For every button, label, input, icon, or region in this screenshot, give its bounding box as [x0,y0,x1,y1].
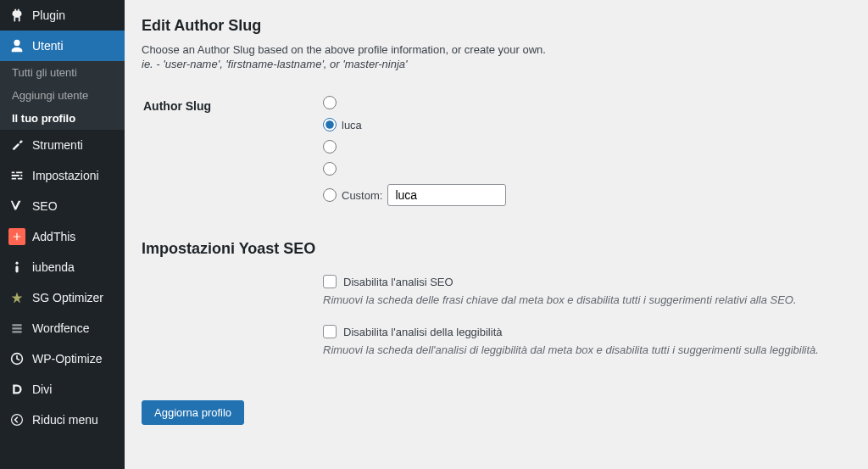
update-profile-button[interactable]: Aggiorna profilo [142,400,244,425]
sidebar-label: Riduci menu [32,413,98,427]
slug-custom-label: Custom: [342,189,382,202]
slug-radio-1[interactable] [323,96,337,109]
sidebar-item-seo[interactable]: SEO [0,191,125,221]
plus-icon [8,228,25,245]
submenu-add-user[interactable]: Aggiungi utente [0,84,125,107]
sidebar-label: Wordfence [32,321,89,335]
sidebar-label: SEO [32,199,58,213]
disable-readability-desc: Rimuovi la scheda dell'analisi di leggib… [323,343,841,356]
divi-icon [8,381,25,398]
sidebar-label: WP-Optimize [32,352,102,366]
sidebar-label: AddThis [32,230,75,243]
section-title-yoast: Impostazioni Yoast SEO [142,240,851,258]
sidebar-item-divi[interactable]: Divi [0,374,125,405]
iubenda-icon [8,259,25,276]
sidebar-label: Utenti [32,39,64,53]
sidebar-label: Strumenti [32,138,83,152]
wrench-icon [8,137,25,154]
slug-radio-2[interactable] [323,118,337,131]
sidebar-label: Divi [32,382,52,396]
sidebar-item-plugin[interactable]: Plugin [0,0,125,31]
disable-readability-label: Disabilita l'analisi della leggibilità [343,326,502,338]
sidebar-item-strumenti[interactable]: Strumenti [0,130,125,160]
sg-icon [8,289,25,306]
sidebar-label: iubenda [32,260,75,274]
sidebar-item-impostazioni[interactable]: Impostazioni [0,160,125,191]
sidebar-item-wp-optimize[interactable]: WP-Optimize [0,343,125,374]
slug-radio-2-label: luca [342,119,362,131]
slug-custom-input[interactable] [387,184,506,206]
shield-icon [8,320,25,337]
submenu-your-profile[interactable]: Il tuo profilo [0,107,125,130]
plug-icon [8,7,25,24]
disable-seo-checkbox[interactable] [323,275,337,288]
user-icon [8,37,25,54]
disable-readability-checkbox[interactable] [323,325,337,338]
sidebar-item-utenti[interactable]: Utenti [0,31,125,61]
sliders-icon [8,167,25,184]
sidebar-label: SG Optimizer [32,291,103,304]
main-content: Edit Author Slug Choose an Author Slug b… [125,0,868,469]
section-title-slug: Edit Author Slug [142,17,851,35]
sidebar-item-addthis[interactable]: AddThis [0,221,125,252]
slug-radio-custom[interactable] [323,188,337,202]
author-slug-label: Author Slug [143,89,313,221]
sidebar-item-sg-optimizer[interactable]: SG Optimizer [0,282,125,313]
slug-radio-4[interactable] [323,162,337,176]
submenu-all-users[interactable]: Tutti gli utenti [0,61,125,84]
slug-radio-3[interactable] [323,140,337,154]
sidebar-collapse[interactable]: Riduci menu [0,405,125,435]
collapse-icon [8,411,25,428]
admin-sidebar: Plugin Utenti Tutti gli utenti Aggiungi … [0,0,125,469]
svg-point-0 [15,262,18,265]
sidebar-item-wordfence[interactable]: Wordfence [0,313,125,343]
svg-point-3 [12,415,23,426]
slug-desc-example: ie. - 'user-name', 'firstname-lastname',… [142,58,851,70]
sidebar-label: Plugin [32,8,65,22]
optimize-icon [8,350,25,367]
slug-desc: Choose an Author Slug based on the above… [142,43,851,56]
sidebar-label: Impostazioni [32,169,99,182]
sidebar-item-iubenda[interactable]: iubenda [0,252,125,282]
sidebar-submenu: Tutti gli utenti Aggiungi utente Il tuo … [0,61,125,130]
svg-rect-1 [15,265,18,272]
disable-seo-label: Disabilita l'analisi SEO [343,276,453,288]
disable-seo-desc: Rimuovi la scheda delle frasi chiave dal… [323,293,841,306]
yoast-icon [8,198,25,215]
